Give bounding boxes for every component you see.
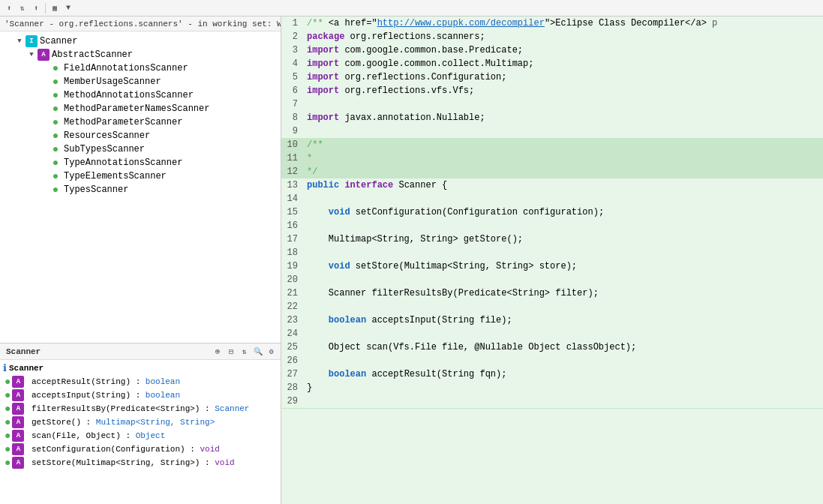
line-number: 23 [281, 314, 304, 327]
line-number: 8 [281, 111, 304, 124]
outline-item-label: setConfiguration(Configuration) : void [26, 445, 219, 454]
line-number: 2 [281, 30, 304, 44]
outline-content[interactable]: ℹ Scanner ● A acceptResult(String) : boo… [0, 360, 281, 504]
tree-item-typeelements[interactable]: ▶ ● TypeElementsScanner [0, 170, 281, 183]
code-line-8: 8 import javax.annotation.Nullable; [281, 111, 823, 124]
outline-item-setstore[interactable]: ● A setStore(Multimap<String, String>) :… [0, 456, 281, 470]
line-content [304, 394, 823, 408]
line-content: import org.reflections.Configuration; [304, 70, 823, 84]
line-content: boolean acceptResult(String fqn); [304, 368, 823, 381]
line-content: Scanner filterResultsBy(Predicate<String… [304, 286, 823, 300]
code-line-26: 26 [281, 354, 823, 368]
line-content: import com.google.common.base.Predicate; [304, 44, 823, 57]
outline-item-scan[interactable]: ● A scan(File, Object) : Object [0, 429, 281, 442]
line-content [304, 354, 823, 368]
outline-item-getstore[interactable]: ● A getStore() : Multimap<String, String… [0, 416, 281, 429]
class-icon: ● [50, 76, 62, 88]
line-number: 13 [281, 178, 304, 192]
code-line-11: 11 * [281, 152, 823, 165]
code-line-28: 28 } [281, 381, 823, 394]
tree-item-resources[interactable]: ▶ ● ResourcesScanner [0, 129, 281, 142]
line-number: 3 [281, 44, 304, 57]
code-line-24: 24 [281, 327, 823, 340]
outline-item-label: acceptsInput(String) : boolean [26, 391, 180, 400]
expand-icon[interactable]: ▼ [27, 50, 36, 59]
line-content [304, 219, 823, 232]
tree-item-subtypes[interactable]: ▶ ● SubTypesScanner [0, 142, 281, 156]
outline-item-acceptresult[interactable]: ● A acceptResult(String) : boolean [0, 375, 281, 388]
code-line-25: 25 Object scan(Vfs.File file, @Nullable … [281, 340, 823, 354]
tree-label: MethodParameterNamesScanner [64, 104, 209, 114]
line-content: /** [304, 138, 823, 152]
tree-item-abstractscanner[interactable]: ▼ A AbstractScanner [0, 48, 281, 62]
line-number: 19 [281, 260, 304, 273]
line-number: 25 [281, 340, 304, 354]
horizontal-scrollbar[interactable] [281, 408, 823, 417]
line-number: 12 [281, 165, 304, 178]
tree-label: MethodAnnotationsScanner [64, 90, 194, 100]
class-icon: ● [50, 184, 62, 196]
add-member-icon[interactable]: ⊕ [212, 346, 224, 358]
filter-icon[interactable]: 🔍 [252, 346, 264, 358]
tree-label: FieldAnnotationsScanner [64, 63, 188, 74]
line-number: 14 [281, 192, 304, 206]
line-number: 9 [281, 124, 304, 138]
method-icon: ● [5, 376, 11, 388]
line-number: 29 [281, 394, 304, 408]
outline-item-label: setStore(Multimap<String, String>) : voi… [26, 458, 234, 467]
line-content: Multimap<String, String> getStore(); [304, 232, 823, 246]
line-content: import com.google.common.collect.Multima… [304, 57, 823, 70]
tree-item-methodannotations[interactable]: ▶ ● MethodAnnotationsScanner [0, 88, 281, 102]
method-icon: ● [5, 403, 11, 415]
tree-item-scanner[interactable]: ▼ I Scanner [0, 34, 281, 48]
line-content [304, 327, 823, 340]
line-content [304, 273, 823, 286]
line-number: 21 [281, 286, 304, 300]
outline-item-setconfiguration[interactable]: ● A setConfiguration(Configuration) : vo… [0, 442, 281, 456]
outline-info-row: ℹ Scanner [0, 362, 281, 375]
tree-item-types[interactable]: ▶ ● TypesScanner [0, 183, 281, 196]
method-icon: ● [5, 389, 11, 401]
line-content: /** <a href="http://www.cpupk.com/decomp… [304, 16, 823, 30]
tree-label: ResourcesScanner [64, 130, 150, 141]
outline-item-label: acceptResult(String) : boolean [26, 377, 180, 386]
tree-item-fieldannotations[interactable]: ▶ ● FieldAnnotationsScanner [0, 62, 281, 75]
tree-area[interactable]: ▼ I Scanner ▼ A AbstractScanner ▶ ● Fiel… [0, 32, 281, 343]
class-icon: ● [50, 89, 62, 101]
collapse-all-icon[interactable]: ⊟ [225, 346, 237, 358]
code-line-4: 4 import com.google.common.collect.Multi… [281, 57, 823, 70]
outline-scanner-label: Scanner [9, 364, 44, 373]
class-icon: ● [50, 143, 62, 155]
tree-label: SubTypesScanner [64, 144, 145, 154]
class-icon: ● [50, 116, 62, 128]
line-content: */ [304, 165, 823, 178]
code-line-22: 22 [281, 300, 823, 314]
line-content: Object scan(Vfs.File file, @Nullable Obj… [304, 340, 823, 354]
tree-item-methodparameter[interactable]: ▶ ● MethodParameterScanner [0, 116, 281, 129]
line-content: public interface Scanner { [304, 178, 823, 192]
sort-visibility-icon[interactable]: ⬆ [30, 2, 42, 14]
main-area: 'Scanner - org.reflections.scanners' - i… [0, 16, 823, 504]
abstract-modifier-icon: A [12, 430, 24, 442]
tree-label: TypeAnnotationsScanner [64, 158, 182, 168]
separator [45, 3, 46, 14]
sort-type-icon[interactable]: ⇅ [17, 2, 29, 14]
outline-toolbar: Scanner ⊕ ⊟ ⇅ 🔍 ⚙ [0, 344, 281, 360]
outline-item-filterresults[interactable]: ● A filterResultsBy(Predicate<String>) :… [0, 402, 281, 416]
dropdown-icon[interactable]: ▼ [62, 2, 74, 14]
outline-panel: Scanner ⊕ ⊟ ⇅ 🔍 ⚙ ℹ Scanner ● A acceptRe… [0, 343, 281, 504]
tree-item-typeannotations[interactable]: ▶ ● TypeAnnotationsScanner [0, 156, 281, 170]
sort-alpha-icon[interactable]: ⬆ [3, 2, 15, 14]
sort-icon[interactable]: ⇅ [239, 346, 251, 358]
expand-icon[interactable]: ▼ [15, 37, 24, 46]
method-icon: ● [5, 430, 11, 442]
line-content [304, 124, 823, 138]
code-panel[interactable]: 1 /** <a href="http://www.cpupk.com/deco… [281, 16, 823, 504]
tree-label: AbstractScanner [52, 50, 133, 60]
outline-item-acceptsinput[interactable]: ● A acceptsInput(String) : boolean [0, 388, 281, 402]
settings-icon[interactable]: ⚙ [266, 346, 278, 358]
settings-icon[interactable]: ▦ [49, 2, 61, 14]
tree-item-methodparameternames[interactable]: ▶ ● MethodParameterNamesScanner [0, 102, 281, 116]
top-toolbar: ⬆ ⇅ ⬆ ▦ ▼ [0, 0, 823, 16]
tree-item-memberusage[interactable]: ▶ ● MemberUsageScanner [0, 75, 281, 88]
